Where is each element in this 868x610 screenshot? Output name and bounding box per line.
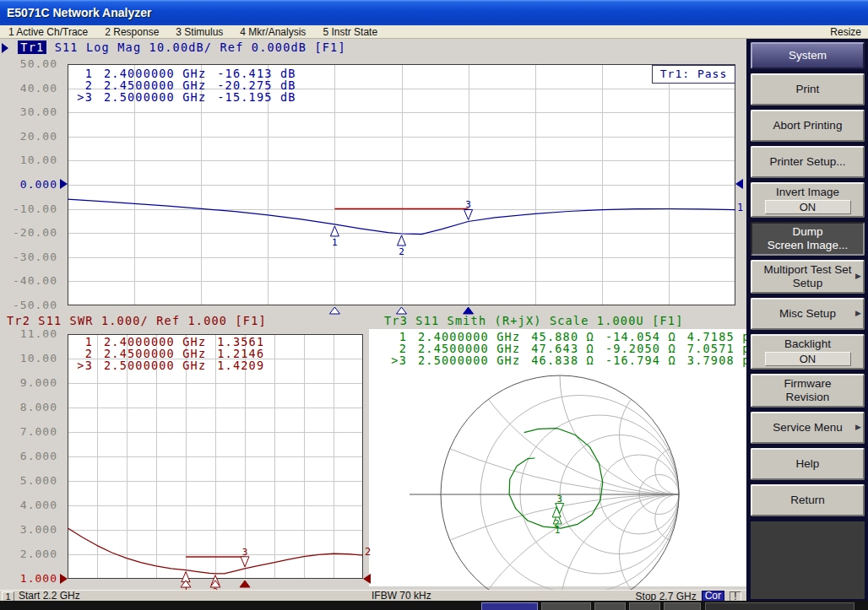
toggle-state[interactable]: ON [765, 200, 851, 214]
menu-bar-items: 1 Active Ch/Trace2 Response3 Stimulus4 M… [0, 26, 386, 38]
button-label: Invert Image [776, 186, 839, 199]
marker-row: 22.4500000 GHz1.2146 [73, 348, 264, 359]
window-title: E5071C Network Analyzer [7, 6, 151, 19]
submenu-arrow-icon: ▶ [855, 423, 861, 431]
menu-item-resize[interactable]: Resize [823, 26, 868, 38]
tr3-label[interactable]: Tr3 [384, 314, 408, 327]
marker-row: 12.4000000 GHz-16.413 dB [73, 67, 296, 79]
sidebar-button-firmware-revision[interactable]: FirmwareRevision [751, 374, 865, 408]
sidebar-button-printer-setup-[interactable]: Printer Setup... [751, 146, 865, 178]
tr1-marker-table: 12.4000000 GHz-16.413 dB 22.4500000 GHz-… [73, 67, 296, 103]
display-area: Tr1 S11 Log Mag 10.00dB/ Ref 0.000dB [F1… [0, 39, 746, 590]
button-label: Backlight [784, 337, 831, 351]
button-label: System [789, 49, 827, 62]
svg-text:1: 1 [332, 237, 338, 248]
taskbar-box [481, 602, 538, 610]
y-axis-tick: 11.00 [12, 328, 57, 340]
tr1-y-axis: 50.0040.0030.0020.0010.000.000-10.00-20.… [12, 64, 57, 317]
button-label: Abort Printing [773, 119, 843, 132]
y-axis-tick: 20.00 [12, 131, 57, 143]
marker-row: >32.5000000 GHz-15.195 dB [73, 91, 296, 103]
submenu-arrow-icon: ▶ [855, 272, 861, 280]
taskbar-box [629, 602, 660, 610]
menu-bar: 1 Active Ch/Trace2 Response3 Stimulus4 M… [0, 25, 868, 39]
marker-row: 22.4500000 GHz47.643 Ω-9.2050 Ω7.0571 pF [387, 343, 746, 354]
tr1-title: S11 Log Mag 10.00dB/ Ref 0.000dB [F1] [55, 40, 346, 54]
tr2-ref-marker-left-icon [60, 574, 68, 584]
y-axis-tick: 40.00 [12, 83, 57, 94]
y-axis-tick: 7.000 [12, 426, 57, 438]
menu-item-3-stimulus[interactable]: 3 Stimulus [167, 26, 231, 38]
sidebar-button-return[interactable]: Return [751, 484, 865, 516]
y-axis-tick: 3.000 [12, 524, 57, 536]
sidebar-button-system[interactable]: System [751, 42, 865, 69]
y-axis-tick: 30.00 [12, 106, 57, 118]
svg-text:3: 3 [465, 199, 471, 210]
button-label: Revision [786, 391, 830, 404]
button-label: Multiport Test Set [763, 263, 851, 277]
y-axis-tick: -50.00 [12, 300, 57, 311]
sidebar-button-backlight[interactable]: BacklightON [751, 334, 865, 370]
button-label: Print [796, 83, 820, 96]
sidebar-button-dump-screen-image-[interactable]: DumpScreen Image... [751, 222, 865, 256]
status-bar: 1 Start 2.2 GHz IFBW 70 kHz Stop 2.7 GHz… [0, 590, 746, 601]
y-axis-tick: 8.000 [12, 402, 57, 413]
button-label: Dump [792, 225, 822, 239]
tr2-title: S11 SWR 1.000/ Ref 1.000 [F1] [38, 314, 267, 327]
marker-row: >32.5000000 GHz1.4209 [73, 359, 264, 371]
button-label: Setup [793, 277, 822, 290]
y-axis-tick: 10.00 [12, 154, 57, 166]
tr1-ref-marker-right-icon [735, 179, 743, 189]
taskbar-clock-box [705, 602, 854, 610]
limit-test-status: Tr1: Pass [652, 65, 735, 84]
button-label: Return [790, 494, 825, 507]
sidebar-button-service-menu[interactable]: Service Menu▶ [751, 412, 865, 444]
menu-item-1-active-ch-trace[interactable]: 1 Active Ch/Trace [0, 26, 96, 38]
button-label: Screen Image... [768, 239, 848, 252]
marker-row: 12.4000000 GHz1.3561 [73, 336, 264, 348]
button-label: Misc Setup [779, 307, 836, 321]
tr2-chart: 123 [68, 334, 363, 590]
tr1-label[interactable]: Tr1 [18, 40, 46, 54]
y-axis-tick: 1.000 [12, 573, 57, 585]
tr2-y-axis: 11.0010.009.0008.0007.0006.0005.0004.000… [12, 334, 57, 590]
y-axis-tick: 10.00 [12, 353, 57, 364]
tr1-header: Tr1 S11 Log Mag 10.00dB/ Ref 0.000dB [F1… [2, 40, 346, 54]
sidebar: SystemPrintAbort PrintingPrinter Setup..… [746, 39, 868, 601]
marker-row: 22.4500000 GHz-20.275 dB [73, 79, 296, 91]
status-stop-frequency: Stop 2.7 GHz [636, 591, 697, 602]
y-axis-tick: -10.00 [12, 203, 57, 215]
sidebar-button-multiport-test-set-setup[interactable]: Multiport Test SetSetup▶ [751, 260, 865, 294]
menu-item-4-mkr-analysis[interactable]: 4 Mkr/Analysis [231, 26, 314, 38]
menu-item-2-response[interactable]: 2 Response [96, 26, 167, 38]
instrument-screen: E5071C Network Analyzer 1 Active Ch/Trac… [0, 0, 868, 610]
y-axis-tick: 4.000 [12, 499, 57, 511]
y-axis-tick: -30.00 [12, 251, 57, 263]
svg-text:3: 3 [242, 547, 248, 558]
sidebar-button-print[interactable]: Print [751, 73, 865, 105]
bottom-taskbar-strip [0, 601, 868, 610]
sidebar-button-abort-printing[interactable]: Abort Printing [751, 110, 865, 142]
tr2-header: Tr2 S11 SWR 1.000/ Ref 1.000 [F1] [7, 314, 267, 327]
menu-item-5-instr-state[interactable]: 5 Instr State [314, 26, 386, 38]
y-axis-tick: -40.00 [12, 275, 57, 287]
svg-text:2: 2 [554, 518, 560, 529]
sidebar-button-invert-image[interactable]: Invert ImageON [751, 182, 865, 218]
sidebar-button-help[interactable]: Help [751, 448, 865, 480]
taskbar-box [664, 602, 701, 610]
tr2-trace-number: 2 [365, 547, 371, 557]
taskbar-box [541, 602, 591, 610]
title-bar: E5071C Network Analyzer [0, 0, 868, 25]
tr1-ref-marker-left-icon [60, 179, 68, 189]
y-axis-tick: -20.00 [12, 227, 57, 239]
sidebar-button-misc-setup[interactable]: Misc Setup▶ [751, 298, 865, 330]
svg-text:2: 2 [399, 246, 404, 257]
y-axis-tick: 0.000 [12, 179, 57, 191]
tr2-label[interactable]: Tr2 [7, 314, 30, 327]
svg-text:3: 3 [556, 494, 562, 505]
alert-indicator: ! [730, 591, 741, 602]
button-label: Printer Setup... [769, 155, 845, 169]
status-ifbw: IFBW 70 kHz [372, 591, 431, 601]
toggle-state[interactable]: ON [765, 352, 851, 366]
tr3-title: S11 Smith (R+jX) Scale 1.000U [F1] [415, 314, 683, 327]
